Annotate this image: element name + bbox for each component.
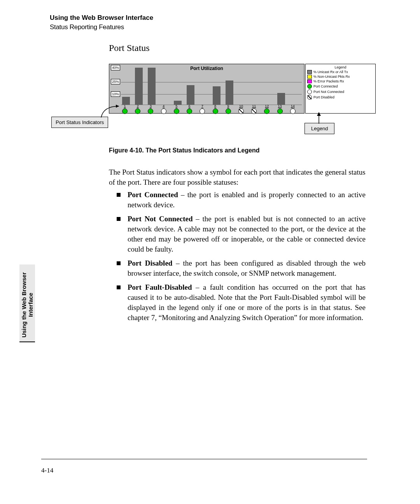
side-tab: Using the Web Browser Interface xyxy=(19,264,35,342)
port-indicator-3: 3 xyxy=(147,104,154,114)
port-utilization-chart: 40% 25% 10% Port Utilization 12345678910… xyxy=(109,64,304,114)
legend-label: Port Disabled xyxy=(313,95,334,99)
legend-label: Port Not Connected xyxy=(313,90,344,94)
bar-port-13 xyxy=(277,93,285,105)
port-indicator-7: 7 xyxy=(198,104,206,114)
port-disabled-icon xyxy=(238,108,244,114)
port-not-connected-icon xyxy=(161,108,166,114)
side-tab-line2: Interface xyxy=(27,293,34,317)
port-indicator-5: 5 xyxy=(173,104,180,114)
port-connected-icon xyxy=(174,108,179,114)
port-indicator-10: 10 xyxy=(237,104,245,114)
bar-port-2 xyxy=(135,68,143,105)
port-number: 4 xyxy=(160,104,168,108)
bullet-item: Port Not Connected – the port is enabled… xyxy=(113,214,366,254)
chart-legend-panel: Legend % Unicast Rx or All Tx% Non-Unica… xyxy=(305,64,376,114)
port-indicator-12: 12 xyxy=(263,104,271,114)
svg-marker-0 xyxy=(116,105,119,108)
figure-caption: Figure 4-10. The Port Status Indicators … xyxy=(109,147,260,154)
port-number: 7 xyxy=(198,104,206,108)
port-indicator-14: 14 xyxy=(289,104,297,114)
page-number: 4-14 xyxy=(41,467,53,474)
port-disabled-icon xyxy=(251,108,257,114)
legend-circle-icon xyxy=(307,84,312,89)
y-tick-10: 10% xyxy=(111,91,120,97)
bullet-term: Port Connected xyxy=(128,191,178,199)
bar-port-8 xyxy=(213,86,220,105)
port-number: 9 xyxy=(224,104,232,108)
legend-circle-icon xyxy=(307,89,312,94)
port-connected-icon xyxy=(148,108,153,114)
intro-paragraph: The Port Status indicators show a symbol… xyxy=(109,167,366,187)
port-indicator-8: 8 xyxy=(212,104,219,114)
legend-label: % Error Packets Rx xyxy=(313,79,344,83)
svg-marker-2 xyxy=(317,112,321,116)
bar-port-3 xyxy=(148,68,156,105)
header-subtitle: Status Reporting Features xyxy=(50,23,153,31)
port-connected-icon xyxy=(226,108,231,114)
legend-swatch-icon xyxy=(307,75,312,79)
port-not-connected-icon xyxy=(290,108,296,114)
legend-item: % Error Packets Rx xyxy=(307,79,374,83)
port-connected-icon xyxy=(277,108,283,114)
port-indicator-13: 13 xyxy=(276,104,284,114)
legend-item: % Non-Unicast Pkts Rx xyxy=(307,75,374,79)
legend-label: % Unicast Rx or All Tx xyxy=(313,70,348,74)
port-indicator-row: 1234567891011121314 xyxy=(121,105,302,114)
port-connected-icon xyxy=(135,108,140,114)
bullet-term: Port Fault-Disabled xyxy=(128,283,192,291)
legend-swatch-icon xyxy=(307,79,312,83)
legend-circle-icon xyxy=(307,95,312,100)
legend-label: Port Connected xyxy=(313,84,338,88)
callout-arrow-right xyxy=(315,112,323,125)
port-number: 6 xyxy=(186,104,193,108)
port-number: 3 xyxy=(147,104,154,108)
footer-rule xyxy=(41,459,367,459)
side-tab-line1: Using the Web Browser xyxy=(21,272,27,338)
bullet-term: Port Disabled xyxy=(128,259,172,267)
port-connected-icon xyxy=(213,108,218,114)
port-number: 13 xyxy=(276,104,284,108)
port-number: 5 xyxy=(173,104,180,108)
legend-item: Port Disabled xyxy=(307,95,374,100)
port-connected-icon xyxy=(264,108,270,114)
figure-port-status: 40% 25% 10% Port Utilization 12345678910… xyxy=(109,64,375,113)
port-indicator-4: 4 xyxy=(160,104,168,114)
legend-header: Legend xyxy=(306,64,375,70)
port-number: 8 xyxy=(212,104,219,108)
callout-arrow-left xyxy=(82,102,124,122)
legend-list: % Unicast Rx or All Tx% Non-Unicast Pkts… xyxy=(306,70,375,100)
bullet-term: Port Not Connected xyxy=(128,215,192,223)
y-tick-25: 25% xyxy=(111,79,120,84)
port-number: 12 xyxy=(263,104,271,108)
section-heading: Port Status xyxy=(109,43,150,53)
bar-port-9 xyxy=(226,80,233,105)
legend-swatch-icon xyxy=(307,70,312,74)
port-number: 10 xyxy=(237,104,245,108)
legend-item: Port Connected xyxy=(307,84,374,89)
port-indicator-6: 6 xyxy=(186,104,193,114)
legend-label: % Non-Unicast Pkts Rx xyxy=(313,75,350,79)
legend-item: % Unicast Rx or All Tx xyxy=(307,70,374,74)
port-indicator-9: 9 xyxy=(224,104,232,114)
bullet-item: Port Connected – the port is enabled and… xyxy=(113,190,366,210)
bullet-item: Port Disabled – the port has been config… xyxy=(113,258,366,278)
port-indicator-2: 2 xyxy=(134,104,142,114)
port-number: 14 xyxy=(289,104,297,108)
port-number: 2 xyxy=(134,104,142,108)
bar-port-6 xyxy=(187,85,194,105)
port-indicator-11: 11 xyxy=(250,104,258,114)
running-header: Using the Web Browser Interface Status R… xyxy=(50,14,153,31)
legend-item: Port Not Connected xyxy=(307,89,374,94)
bars-group xyxy=(121,64,302,105)
port-number: 11 xyxy=(250,104,258,108)
status-bullet-list: Port Connected – the port is enabled and… xyxy=(113,190,366,327)
port-connected-icon xyxy=(187,108,192,114)
port-not-connected-icon xyxy=(200,108,205,114)
bullet-item: Port Fault-Disabled – a fault condition … xyxy=(113,282,366,323)
header-title: Using the Web Browser Interface xyxy=(50,14,153,22)
